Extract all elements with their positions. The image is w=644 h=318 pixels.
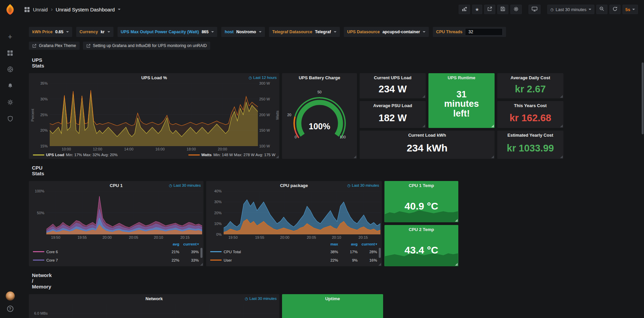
- chevron-down-icon[interactable]: [118, 9, 121, 10]
- dashboards-button[interactable]: [6, 50, 14, 57]
- legend-series-name[interactable]: Core 7: [33, 258, 160, 262]
- variable-value[interactable]: 0.65: [55, 30, 63, 34]
- network-chart[interactable]: [50, 304, 278, 318]
- shield-icon: [7, 116, 13, 123]
- legend-column-header[interactable]: avg: [338, 242, 358, 246]
- panel-title[interactable]: UPS Load %: [141, 75, 167, 80]
- clock-icon: ◷: [169, 184, 172, 187]
- dashboard-title[interactable]: Unraid System Dashboard: [56, 7, 115, 12]
- panel-time-range[interactable]: ◷ Last 12 hours: [249, 73, 277, 82]
- panel-title[interactable]: UPS Runtime: [448, 75, 475, 80]
- panel-title[interactable]: CPU package: [280, 183, 308, 188]
- help-button[interactable]: ?: [7, 306, 13, 312]
- x-tick: 19:55: [78, 235, 87, 239]
- chevron-down-icon: [632, 9, 635, 10]
- panel-title[interactable]: Network: [145, 296, 163, 301]
- x-axis: 19:5019:5520:0020:0520:1020:15: [224, 234, 380, 240]
- legend-series-name[interactable]: CPU Total: [210, 250, 319, 254]
- panel-title[interactable]: This Years Cost: [514, 103, 547, 108]
- zoom-out-button[interactable]: [596, 5, 607, 14]
- panel-title[interactable]: Average PSU Load: [373, 103, 412, 108]
- dashboard-link[interactable]: Setting up Grafana and InfluxDB for UPS …: [83, 42, 211, 50]
- y-tick: 100 W: [259, 144, 270, 148]
- cycle-view-mode-button[interactable]: [528, 5, 541, 14]
- legend-series-name[interactable]: UPS Load: [46, 153, 64, 157]
- legend-value: 28%: [358, 250, 377, 254]
- panel-title[interactable]: Estimated Yearly Cost: [507, 133, 553, 138]
- variable-value[interactable]: 865: [201, 30, 209, 34]
- variable-chip[interactable]: kWh Price 0.65: [29, 27, 72, 37]
- legend-column-header[interactable]: current▾: [179, 242, 199, 246]
- x-tick: 20:10: [332, 235, 341, 239]
- variable-chip[interactable]: UPS Datasource apcupsd-container: [344, 27, 429, 37]
- panel-title[interactable]: CPU 1: [110, 183, 123, 188]
- dashboard-link[interactable]: Grafana Plex Theme: [29, 42, 80, 50]
- ups-load-chart[interactable]: [50, 83, 258, 146]
- page-scrollbar[interactable]: [642, 62, 644, 134]
- configuration-button[interactable]: [6, 99, 14, 106]
- stat-value: 234 W: [360, 82, 426, 98]
- legend-item[interactable]: Watts Min: 148 W Max: 278 W Avg: 175 W: [188, 153, 275, 157]
- legend-series-name[interactable]: User: [210, 258, 319, 262]
- legend-item[interactable]: UPS Load Min: 17% Max: 32% Avg: 20%: [33, 153, 118, 157]
- grafana-logo[interactable]: [4, 3, 16, 16]
- panel-time-range[interactable]: ◷Last 30 minutes: [245, 294, 277, 303]
- star-dashboard-button[interactable]: ★: [472, 5, 482, 14]
- share-dashboard-button[interactable]: [484, 5, 495, 14]
- variable-value[interactable]: apcupsd-container: [382, 30, 420, 34]
- variable-value[interactable]: Telegraf: [315, 30, 331, 34]
- variable-value[interactable]: kr: [101, 30, 105, 34]
- variable-chip[interactable]: Currency kr: [76, 27, 113, 37]
- legend-series-name[interactable]: Watts: [201, 153, 212, 157]
- apps-grid-icon[interactable]: [24, 7, 30, 12]
- panel-time-range[interactable]: ◷Last 30 minutes: [169, 181, 201, 190]
- legend-column-header[interactable]: max: [319, 242, 338, 246]
- chevron-down-icon: [66, 31, 69, 33]
- x-tick: 16:00: [155, 147, 165, 151]
- legend-scrollbar[interactable]: [379, 248, 381, 258]
- variable-chip[interactable]: UPS Max Output Power Capacity (Watt) 865: [118, 27, 218, 37]
- time-range-picker[interactable]: ◷ Last 30 minutes: [547, 5, 594, 14]
- panel-title[interactable]: Current Load kWh: [408, 133, 446, 138]
- x-tick: 20:00: [102, 235, 112, 239]
- panel-title[interactable]: CPU 1 Temp: [409, 183, 434, 188]
- variable-chip[interactable]: CPU Threads 32: [433, 27, 506, 37]
- y-tick: 200 W: [259, 113, 270, 117]
- variable-value[interactable]: Nostromo: [236, 30, 256, 34]
- panel-this-years-cost: This Years Cost kr 162.68: [497, 101, 563, 128]
- panel-time-label: Last 30 minutes: [352, 183, 379, 187]
- panel-title[interactable]: Current UPS Load: [374, 75, 412, 80]
- legend-series-stats: Min: 17% Max: 32% Avg: 20%: [66, 153, 118, 157]
- panel-cpu1: CPU 1 ◷Last 30 minutes 100%50% 19:5019:5…: [29, 181, 203, 266]
- legend-value: 38%: [319, 250, 338, 254]
- cpu1-chart[interactable]: [46, 191, 202, 234]
- gear-icon: [513, 6, 519, 13]
- dashboard-settings-button[interactable]: [510, 5, 522, 14]
- panel-title[interactable]: UPS Battery Charge: [299, 75, 340, 80]
- refresh-interval-picker[interactable]: 5s: [623, 5, 638, 14]
- server-admin-button[interactable]: [6, 116, 14, 123]
- legend-column-header[interactable]: current▾: [358, 242, 377, 246]
- variable-chip[interactable]: host Nostromo: [221, 27, 265, 37]
- save-dashboard-button[interactable]: [497, 5, 508, 14]
- explore-button[interactable]: [6, 66, 14, 74]
- legend-scrollbar[interactable]: [200, 248, 202, 258]
- cpu-package-chart[interactable]: [224, 191, 380, 234]
- refresh-button[interactable]: [609, 5, 620, 14]
- panel-title[interactable]: Uptime: [325, 296, 340, 301]
- user-avatar[interactable]: [6, 291, 15, 301]
- legend-column-header[interactable]: avg: [160, 242, 179, 246]
- add-panel-button[interactable]: [459, 5, 470, 14]
- panel-title[interactable]: Average Daily Cost: [510, 75, 550, 80]
- panel-title[interactable]: CPU 2 Temp: [409, 227, 434, 232]
- create-button[interactable]: +: [6, 33, 14, 41]
- grafana-app: + ? Unraid: [0, 0, 644, 318]
- breadcrumb-app[interactable]: Unraid: [33, 7, 48, 12]
- legend-series-name[interactable]: Core 6: [33, 250, 160, 254]
- variable-chip[interactable]: Telegraf Datasource Telegraf: [269, 27, 340, 37]
- add-panel-icon: [462, 6, 467, 13]
- panel-time-range[interactable]: ◷Last 30 minutes: [347, 181, 379, 190]
- alerting-button[interactable]: [6, 83, 14, 90]
- variable-value[interactable]: 32: [465, 28, 503, 36]
- chevron-down-icon: [589, 9, 591, 10]
